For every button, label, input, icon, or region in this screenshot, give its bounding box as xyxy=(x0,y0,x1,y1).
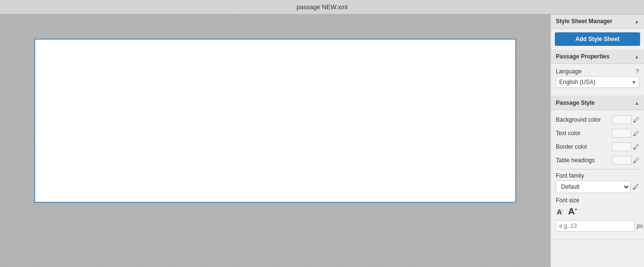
style-sheet-manager-header[interactable]: Style Sheet Manager ▲ xyxy=(551,14,644,28)
font-size-input[interactable] xyxy=(556,220,635,232)
title-bar: passage NEW.xml xyxy=(0,0,644,14)
passage-properties-content: Language ? English (USA) English (UK) Fr… xyxy=(551,64,644,96)
editor-area xyxy=(0,14,550,267)
font-family-label-row: Font family xyxy=(556,172,639,179)
table-headings-row: Table headings 🖊 xyxy=(556,155,639,166)
border-color-swatch[interactable] xyxy=(612,142,631,151)
filename-label: passage NEW.xml xyxy=(296,3,348,11)
right-panel: Style Sheet Manager ▲ Add Style Sheet Pa… xyxy=(550,14,644,267)
font-size-controls: A- A+ xyxy=(556,205,639,218)
background-color-label: Background color xyxy=(556,116,601,123)
background-color-eyedropper-icon[interactable]: 🖊 xyxy=(633,116,639,124)
language-select[interactable]: English (USA) English (UK) French German… xyxy=(556,76,639,88)
passage-canvas xyxy=(34,39,516,203)
style-sheet-manager-chevron: ▲ xyxy=(634,19,639,24)
font-size-decrease-button[interactable]: A- xyxy=(556,207,564,217)
font-size-small-icon: A- xyxy=(557,208,564,216)
passage-style-chevron: ▲ xyxy=(634,100,639,106)
passage-properties-chevron: ▲ xyxy=(634,54,639,59)
background-color-swatch-group: 🖊 xyxy=(612,115,639,124)
text-color-swatch[interactable] xyxy=(612,129,631,138)
font-family-reset-icon[interactable]: 🖊 xyxy=(632,183,639,191)
table-headings-eyedropper-icon[interactable]: 🖊 xyxy=(633,157,639,164)
language-help-icon[interactable]: ? xyxy=(635,68,639,75)
table-headings-swatch-group: 🖊 xyxy=(612,156,639,165)
passage-properties-header[interactable]: Passage Properties ▲ xyxy=(551,50,644,64)
main-layout: Style Sheet Manager ▲ Add Style Sheet Pa… xyxy=(0,14,644,267)
style-divider xyxy=(556,169,639,169)
text-color-label: Text color xyxy=(556,130,580,137)
font-size-large-icon: A+ xyxy=(568,206,577,217)
language-label: Language xyxy=(556,68,581,75)
border-color-eyedropper-icon[interactable]: 🖊 xyxy=(633,143,639,151)
font-size-field: Font size A- A+ px 🖊 xyxy=(556,197,639,232)
font-family-select[interactable]: Default Arial Times New Roman Courier Ne… xyxy=(556,181,631,193)
border-color-swatch-group: 🖊 xyxy=(612,142,639,151)
font-size-input-row: px 🖊 xyxy=(556,220,639,232)
font-size-increase-button[interactable]: A+ xyxy=(567,205,578,218)
font-size-label-row: Font size xyxy=(556,197,639,204)
passage-style-header[interactable]: Passage Style ▲ xyxy=(551,96,644,110)
background-color-row: Background color 🖊 xyxy=(556,114,639,126)
border-color-row: Border color 🖊 xyxy=(556,141,639,153)
font-family-label: Font family xyxy=(556,172,584,179)
passage-properties-title: Passage Properties xyxy=(556,53,609,60)
text-color-swatch-group: 🖊 xyxy=(612,129,639,138)
table-headings-swatch[interactable] xyxy=(612,156,631,165)
font-family-field: Font family Default Arial Times New Roma… xyxy=(556,172,639,193)
language-label-row: Language ? xyxy=(556,68,639,75)
text-color-row: Text color 🖊 xyxy=(556,127,639,139)
add-style-sheet-button[interactable]: Add Style Sheet xyxy=(555,32,640,46)
language-select-wrapper: English (USA) English (UK) French German… xyxy=(556,76,639,88)
passage-style-content: Background color 🖊 Text color 🖊 Border c… xyxy=(551,110,644,240)
table-headings-label: Table headings xyxy=(556,157,595,164)
font-family-wrapper: Default Arial Times New Roman Courier Ne… xyxy=(556,181,639,193)
font-size-label: Font size xyxy=(556,197,579,204)
px-label: px xyxy=(637,223,643,229)
style-sheet-manager-title: Style Sheet Manager xyxy=(556,18,612,25)
background-color-swatch[interactable] xyxy=(612,115,631,124)
passage-style-title: Passage Style xyxy=(556,99,595,106)
border-color-label: Border color xyxy=(556,143,587,150)
text-color-eyedropper-icon[interactable]: 🖊 xyxy=(633,130,639,137)
language-field: Language ? English (USA) English (UK) Fr… xyxy=(556,68,639,88)
